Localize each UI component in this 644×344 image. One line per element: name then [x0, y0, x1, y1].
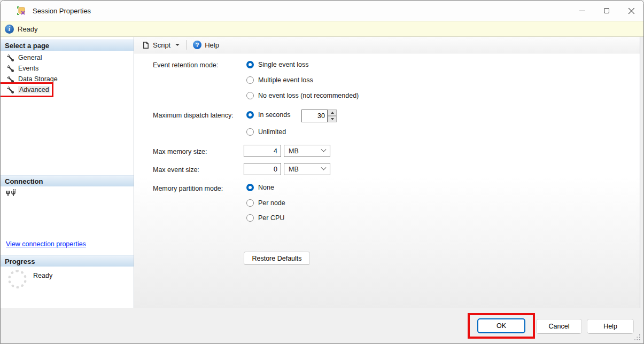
- close-button[interactable]: [619, 1, 643, 21]
- content-area: Select a page General Events Data Storag…: [1, 37, 643, 309]
- sidebar-item-label: Data Storage: [18, 75, 58, 83]
- radio-icon-selected: [246, 111, 254, 119]
- window-controls: [570, 1, 643, 21]
- radio-multiple-event-loss[interactable]: Multiple event loss: [246, 76, 313, 84]
- session-properties-dialog: Session Properties i Ready Select a page…: [0, 0, 644, 344]
- memory-partition-label: Memory partition mode:: [153, 185, 223, 192]
- footer: OK Cancel Help: [1, 308, 643, 343]
- spinner-up-button[interactable]: [328, 110, 337, 116]
- chevron-down-icon: [175, 44, 180, 46]
- sidebar-item-label: General: [18, 54, 42, 61]
- minimize-icon: [579, 11, 585, 11]
- radio-icon: [246, 128, 254, 136]
- radio-in-seconds[interactable]: In seconds: [246, 111, 290, 119]
- script-label: Script: [153, 41, 170, 49]
- radio-label: Unlimited: [258, 128, 286, 136]
- resize-grip[interactable]: [634, 334, 641, 341]
- progress-status: Ready: [33, 272, 52, 279]
- maximize-button[interactable]: [594, 1, 619, 21]
- triangle-up-icon: [331, 112, 334, 114]
- script-icon: [142, 41, 150, 49]
- max-event-unit-dropdown[interactable]: MB: [284, 163, 330, 175]
- sidebar-item-advanced[interactable]: Advanced: [1, 84, 51, 95]
- wrench-icon: [7, 76, 14, 83]
- radio-per-node[interactable]: Per node: [246, 199, 285, 207]
- sidebar-item-events[interactable]: Events: [1, 63, 134, 74]
- info-icon: i: [5, 25, 14, 34]
- radio-label: Multiple event loss: [258, 76, 313, 84]
- chevron-down-icon: [321, 147, 327, 152]
- select-a-page-header: Select a page: [1, 40, 134, 51]
- radio-no-event-loss[interactable]: No event loss (not recommended): [246, 92, 359, 99]
- dropdown-value: MB: [289, 147, 299, 155]
- close-icon: [628, 7, 635, 14]
- panel-toolbar: Script ? Help: [134, 37, 640, 53]
- radio-none[interactable]: None: [246, 184, 274, 191]
- radio-icon: [246, 214, 254, 222]
- radio-label: In seconds: [258, 111, 290, 119]
- status-bar: i Ready: [1, 21, 643, 37]
- sidebar: Select a page General Events Data Storag…: [1, 37, 134, 309]
- radio-label: Single event loss: [258, 61, 309, 68]
- minimize-button[interactable]: [570, 1, 594, 21]
- spinner-down-button[interactable]: [328, 116, 337, 122]
- ok-annotation-box: OK: [468, 313, 535, 339]
- radio-icon: [246, 76, 254, 84]
- script-button[interactable]: Script: [139, 40, 182, 51]
- help-toolbar-button[interactable]: ? Help: [190, 39, 222, 51]
- wrench-icon: [7, 65, 14, 72]
- radio-label: Per node: [258, 199, 285, 207]
- connection-icon: [6, 189, 18, 198]
- dispatch-latency-label: Maximum dispatch latency:: [153, 112, 234, 119]
- page-list: General Events Data Storage Advanced: [1, 52, 134, 95]
- connection-header: Connection: [1, 175, 134, 186]
- dropdown-value: MB: [289, 166, 299, 173]
- max-event-size-label: Max event size:: [153, 166, 199, 174]
- wrench-icon: [7, 54, 14, 61]
- chevron-down-icon: [321, 165, 327, 170]
- help-label: Help: [205, 41, 219, 49]
- max-memory-size-input[interactable]: [244, 145, 281, 157]
- dispatch-latency-input[interactable]: [301, 110, 328, 122]
- ok-button[interactable]: OK: [477, 318, 525, 333]
- wrench-icon: [7, 87, 14, 93]
- sidebar-item-data-storage[interactable]: Data Storage: [1, 74, 134, 84]
- help-icon: ?: [193, 41, 201, 49]
- toolbar-separator: [186, 40, 187, 50]
- maximize-icon: [604, 8, 609, 13]
- triangle-down-icon: [331, 118, 334, 120]
- dispatch-latency-spinner: [301, 110, 337, 122]
- progress-spinner-icon: [8, 270, 27, 288]
- view-connection-properties-link[interactable]: View connection properties: [6, 240, 86, 248]
- radio-label: No event loss (not recommended): [258, 92, 359, 99]
- status-text: Ready: [18, 25, 38, 33]
- progress-header: Progress: [1, 255, 134, 267]
- session-icon: [17, 6, 27, 16]
- radio-per-cpu[interactable]: Per CPU: [246, 214, 284, 222]
- radio-single-event-loss[interactable]: Single event loss: [246, 61, 309, 68]
- sidebar-item-label: Advanced: [18, 86, 50, 93]
- main-panel: Script ? Help Event retention mode: Sing…: [134, 37, 640, 309]
- event-retention-label: Event retention mode:: [153, 61, 218, 69]
- title-bar: Session Properties: [1, 1, 643, 21]
- window-title: Session Properties: [33, 7, 91, 15]
- sidebar-item-general[interactable]: General: [1, 52, 134, 63]
- cancel-button[interactable]: Cancel: [536, 319, 582, 334]
- max-event-size-input[interactable]: [244, 163, 281, 175]
- help-button[interactable]: Help: [587, 319, 634, 334]
- radio-icon-selected: [246, 61, 254, 68]
- radio-unlimited[interactable]: Unlimited: [246, 128, 286, 136]
- sidebar-item-label: Events: [18, 65, 38, 72]
- radio-icon: [246, 92, 254, 99]
- radio-icon: [246, 199, 254, 207]
- radio-label: Per CPU: [258, 214, 284, 222]
- max-memory-unit-dropdown[interactable]: MB: [284, 145, 330, 157]
- radio-icon-selected: [246, 184, 254, 191]
- max-memory-size-label: Max memory size:: [153, 148, 207, 155]
- radio-label: None: [258, 184, 274, 191]
- restore-defaults-button[interactable]: Restore Defaults: [244, 252, 310, 265]
